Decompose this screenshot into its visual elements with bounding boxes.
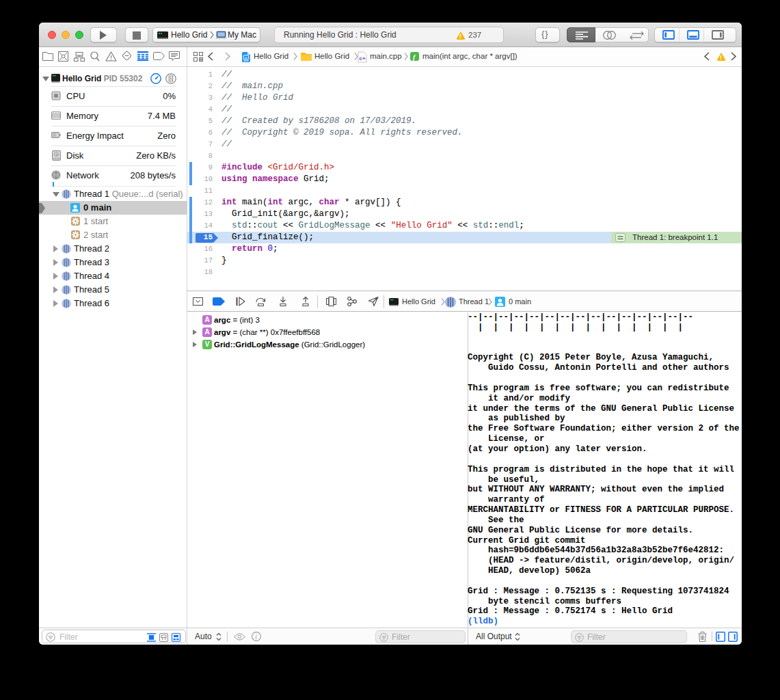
- svg-text:c+: c+: [360, 55, 366, 62]
- svg-text:i: i: [255, 634, 257, 641]
